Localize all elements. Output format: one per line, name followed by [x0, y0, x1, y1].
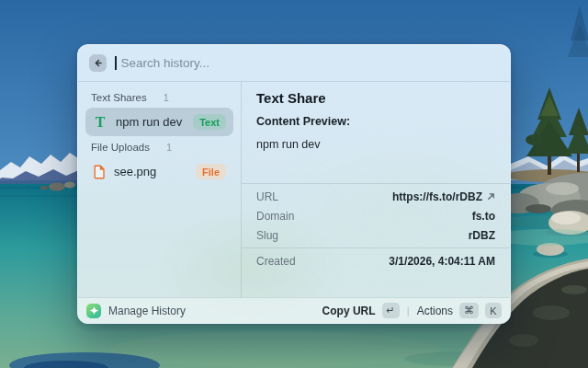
history-window: Search history... Text Shares 1 T npm ru…	[77, 44, 511, 324]
search-input[interactable]: Search history...	[121, 56, 210, 70]
content-preview-text: npm run dev	[256, 138, 495, 151]
k-key-badge: K	[485, 303, 502, 318]
meta-label: URL	[256, 190, 278, 203]
section-header-file-uploads: File Uploads 1	[85, 136, 233, 157]
section-count: 1	[166, 142, 172, 153]
back-arrow-icon	[93, 55, 103, 72]
slug-value: rDBZ	[469, 229, 495, 242]
actions-button[interactable]: Actions	[417, 305, 453, 317]
meta-row-created: Created 3/1/2026, 4:04:11 AM	[256, 251, 495, 270]
created-section: Created 3/1/2026, 4:04:11 AM	[242, 248, 510, 273]
footer-separator: |	[407, 305, 410, 316]
meta-label: Created	[256, 255, 296, 268]
footer-bar: Manage History Copy URL ↵ | Actions ⌘ K	[78, 297, 510, 323]
text-cursor	[115, 56, 117, 70]
footer-actions: Copy URL ↵ | Actions ⌘ K	[322, 303, 502, 318]
content-preview-label: Content Preview:	[256, 115, 495, 128]
meta-label: Domain	[256, 210, 294, 223]
domain-value: fs.to	[472, 210, 495, 223]
copy-url-button[interactable]: Copy URL	[322, 305, 376, 317]
list-item-file-upload[interactable]: see.png File	[85, 157, 233, 186]
list-item-text-share[interactable]: T npm run dev Text	[85, 108, 233, 136]
section-header-text-shares: Text Shares 1	[85, 86, 233, 108]
manage-history-button[interactable]: Manage History	[108, 305, 186, 317]
section-title: Text Shares	[91, 92, 147, 103]
app-logo-icon[interactable]	[86, 304, 101, 318]
history-list-panel: Text Shares 1 T npm run dev Text File Up…	[78, 82, 242, 297]
metadata-section: URL https://fs.to/rDBZ Domain fs.to	[242, 184, 510, 247]
external-link-icon[interactable]	[487, 190, 495, 203]
detail-content: Text Share Content Preview: npm run dev	[242, 82, 510, 151]
section-title: File Uploads	[91, 142, 150, 153]
search-bar: Search history...	[78, 45, 510, 82]
detail-title: Text Share	[256, 90, 495, 106]
back-button[interactable]	[89, 54, 107, 72]
list-item-label: npm run dev	[116, 115, 182, 129]
cmd-key-badge: ⌘	[459, 303, 479, 318]
return-key-badge: ↵	[382, 303, 400, 318]
text-type-icon: T	[93, 115, 107, 130]
type-badge-file: File	[196, 164, 226, 179]
url-value[interactable]: https://fs.to/rDBZ	[392, 190, 482, 203]
list-item-label: see.png	[114, 165, 156, 178]
meta-row-url: URL https://fs.to/rDBZ	[256, 187, 495, 206]
meta-label: Slug	[256, 229, 278, 242]
meta-row-domain: Domain fs.to	[256, 206, 495, 225]
detail-panel: Text Share Content Preview: npm run dev …	[242, 82, 510, 297]
section-count: 1	[164, 92, 169, 103]
desktop: Search history... Text Shares 1 T npm ru…	[0, 0, 588, 368]
created-value: 3/1/2026, 4:04:11 AM	[389, 255, 495, 268]
meta-row-slug: Slug rDBZ	[256, 225, 495, 245]
type-badge-text: Text	[193, 114, 226, 130]
window-body: Text Shares 1 T npm run dev Text File Up…	[78, 82, 510, 297]
file-icon	[93, 165, 106, 179]
